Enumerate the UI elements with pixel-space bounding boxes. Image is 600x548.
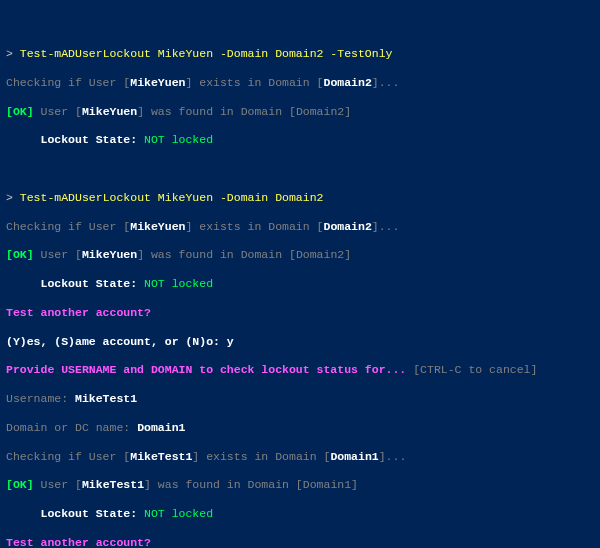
input-domain: Domain or DC name: Domain1 bbox=[6, 421, 594, 435]
cmd-line: > Test-mADUserLockout MikeYuen -Domain D… bbox=[6, 191, 594, 205]
input-username: Username: MikeTest1 bbox=[6, 392, 594, 406]
lockout-state: Lockout State: NOT locked bbox=[6, 133, 594, 147]
status-found: [OK] User [MikeTest1] was found in Domai… bbox=[6, 478, 594, 492]
prompt-options: (Y)es, (S)ame account, or (N)o: y bbox=[6, 335, 594, 349]
lockout-state: Lockout State: NOT locked bbox=[6, 507, 594, 521]
prompt-provide: Provide USERNAME and DOMAIN to check loc… bbox=[6, 363, 594, 377]
status-check: Checking if User [MikeYuen] exists in Do… bbox=[6, 220, 594, 234]
lockout-state: Lockout State: NOT locked bbox=[6, 277, 594, 291]
status-check: Checking if User [MikeYuen] exists in Do… bbox=[6, 76, 594, 90]
prompt-another: Test another account? bbox=[6, 536, 594, 548]
cmd-line: > Test-mADUserLockout MikeYuen -Domain D… bbox=[6, 47, 594, 61]
status-check: Checking if User [MikeTest1] exists in D… bbox=[6, 450, 594, 464]
status-found: [OK] User [MikeYuen] was found in Domain… bbox=[6, 248, 594, 262]
prompt-another: Test another account? bbox=[6, 306, 594, 320]
status-found: [OK] User [MikeYuen] was found in Domain… bbox=[6, 105, 594, 119]
terminal-output: { "blocks": { "b1": { "prompt": "> ", "c… bbox=[0, 0, 600, 548]
